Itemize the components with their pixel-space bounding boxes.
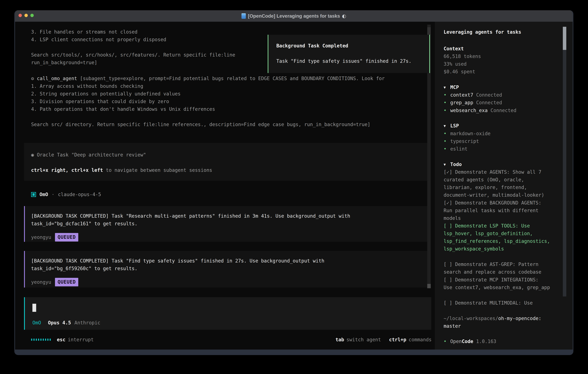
task-author: yeongyu (31, 233, 51, 241)
task-author: yeongyu (31, 278, 51, 286)
sidebar-scrollbar-track[interactable] (563, 27, 566, 296)
mcp-item: •context7Connected (444, 91, 502, 99)
lsp-item: •eslint (444, 145, 467, 153)
spinner-dots-icon (31, 339, 51, 341)
bullet-icon: • (444, 130, 450, 137)
ctrlp-hint: ctrl+p commands (389, 336, 431, 343)
toast-title: Background Task Completed (276, 42, 429, 50)
window-titlebar[interactable]: [OpenCode] Leveraging agents for tasks ◐ (15, 10, 573, 22)
tab-hint: tab switch agent (336, 336, 381, 343)
agent-session-header: OmO · claude-opus-4-5 (31, 191, 101, 198)
input-provider-name: Anthropic (74, 319, 100, 327)
mcp-status: Connected (476, 100, 502, 105)
task-message-line1: [BACKGROUND TASK COMPLETED] Task "Find t… (31, 257, 427, 265)
zoom-button[interactable] (30, 14, 34, 17)
lsp-item: •markdown-oxide (444, 130, 491, 137)
todo-section-header[interactable]: ▼Todo (444, 161, 462, 168)
fisheye-icon: ◉ (31, 152, 34, 158)
agent-model: claude-opus-4-5 (58, 191, 101, 198)
main-scrollbar-thumb[interactable] (427, 284, 431, 288)
mcp-status: Connected (491, 108, 516, 113)
chat-scrollback-text: 3. File handles or streams not closed 4.… (31, 28, 235, 66)
mcp-name: websearch_exa (450, 108, 488, 113)
input-model-name: Opus 4.5 (48, 319, 71, 327)
bullet-icon: • (444, 137, 450, 145)
context-stats: 66,518 tokens 33% used $0.46 spent (444, 52, 481, 75)
oracle-task-line: ◉ Oracle Task "Deep architecture review" (31, 151, 427, 159)
sidebar: Leveraging agents for tasks Context 66,5… (435, 22, 573, 350)
document-icon (242, 13, 246, 19)
main-scrollbar-thumb-top[interactable] (427, 27, 431, 35)
oracle-task-box: ◉ Oracle Task "Deep architecture review"… (24, 143, 427, 181)
esc-key-hint: esc (57, 336, 65, 343)
tool-call-args: [subagent_type=explore, prompt=Find pote… (80, 76, 385, 81)
mcp-section-header[interactable]: ▼MCP (444, 83, 459, 91)
input-agent-name: OmO (32, 319, 41, 327)
status-left: esc interrupt (31, 336, 94, 343)
mcp-name: grep_app (450, 100, 473, 105)
todo-item-open: [ ] Demonstrate MCP INTEGRATIONS: Use co… (444, 276, 567, 291)
tool-call-header: ⚙ call_omo_agent [subagent_type=explore,… (31, 75, 385, 82)
close-button[interactable] (19, 14, 22, 17)
agent-name: OmO (40, 191, 48, 198)
todo-item-done: [✓] Demonstrate BACKGROUND AGENTS: Run p… (444, 199, 567, 222)
version-number: 1.0.163 (473, 339, 496, 344)
workspace-branch: master (444, 322, 567, 330)
text-cursor (32, 304, 36, 312)
lsp-name: typescript (450, 138, 479, 144)
lsp-heading: LSP (450, 123, 459, 129)
esc-key-label: interrupt (68, 336, 94, 343)
workspace-path-dim: ~/local-workspaces/ (444, 316, 498, 321)
version-name-code: Code (462, 339, 473, 344)
task-message-line1: [BACKGROUND TASK COMPLETED] Task "Resear… (31, 212, 427, 220)
tool-call-block: ⚙ call_omo_agent [subagent_type=explore,… (31, 75, 385, 128)
bullet-icon: • (444, 107, 450, 114)
gear-icon: ⚙ (31, 76, 34, 81)
todo-item-done: [✓] Demonstrate AGENTS: Show all 7 curat… (444, 168, 567, 199)
minimize-button[interactable] (24, 14, 28, 17)
sidebar-scrollbar-thumb[interactable] (563, 27, 566, 50)
task-message: [BACKGROUND TASK COMPLETED] Task "Resear… (24, 206, 427, 242)
mcp-status: Connected (476, 92, 502, 98)
window-title: [OpenCode] Leveraging agents for tasks ◐ (242, 13, 346, 19)
toast-body: Task "Find type safety issues" finished … (276, 57, 429, 65)
window-bottom-bar (15, 350, 573, 355)
status-right: tab switch agent ctrl+p commands (327, 336, 431, 343)
ctrlp-key-label: commands (409, 336, 431, 343)
bullet-icon: • (444, 145, 450, 153)
input-model-row: OmO Opus 4.5 Anthropic (32, 319, 100, 327)
oracle-task-text: Oracle Task "Deep architecture review" (34, 152, 146, 158)
hint-text: to navigate between subagent sessions (103, 167, 212, 173)
chevron-down-icon: ▼ (444, 161, 450, 168)
session-title: Leveraging agents for tasks (444, 28, 521, 36)
mcp-name: context7 (450, 92, 473, 98)
terminal-content: 3. File handles or streams not closed 4.… (15, 22, 573, 350)
workspace-path: ~/local-workspaces/oh-my-opencode: maste… (444, 315, 567, 330)
status-bar: esc interrupt tab switch agent ctrl+p co… (31, 336, 431, 343)
todo-heading: Todo (450, 162, 462, 167)
lsp-item: •typescript (444, 137, 479, 145)
context-heading: Context (444, 45, 464, 52)
bullet-icon: • (444, 338, 450, 345)
tab-key-hint: tab (336, 336, 344, 343)
mcp-item: •websearch_exaConnected (444, 107, 516, 114)
opencode-version: •OpenCode 1.0.163 (444, 338, 496, 345)
half-moon-icon: ◐ (342, 13, 346, 19)
hint-keys: ctrl+x right, ctrl+x left (31, 167, 103, 173)
mcp-item: •grep_appConnected (444, 99, 502, 106)
tab-key-label: switch agent (346, 336, 381, 343)
separator-dot: · (52, 191, 54, 198)
window-title-text: [OpenCode] Leveraging agents for tasks (248, 13, 340, 19)
workspace-path-strong: oh-my-opencode: (498, 316, 541, 321)
task-message-line2: task_id="bg_dcfac161" to get results. (31, 220, 427, 228)
mcp-heading: MCP (450, 84, 459, 90)
todo-item-open: [ ] Demonstrate MULTIMODAL: Use (444, 299, 567, 307)
opencode-window: [OpenCode] Leveraging agents for tasks ◐… (14, 10, 573, 355)
task-message-line2: task_id="bg_6f59260c" to get results. (31, 265, 427, 272)
chevron-down-icon: ▼ (444, 83, 450, 91)
lsp-section-header[interactable]: ▼LSP (444, 122, 459, 130)
traffic-lights (19, 14, 34, 17)
ctrlp-key-hint: ctrl+p (389, 336, 406, 343)
prompt-input[interactable]: OmO Opus 4.5 Anthropic (24, 297, 431, 330)
version-name-open: Open (450, 339, 462, 344)
